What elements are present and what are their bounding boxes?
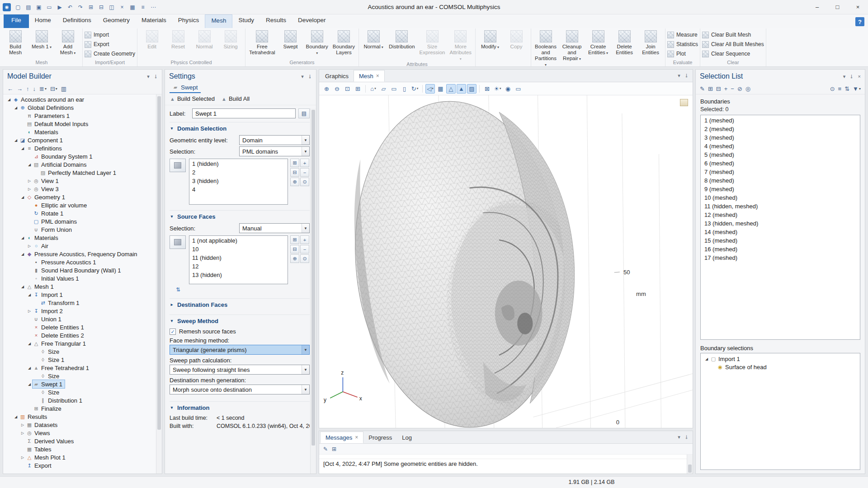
view-xy-icon[interactable]: ▱ [379, 84, 388, 94]
ribbon-statistics-button[interactable]: Statistics [667, 40, 698, 49]
sweep-path-calculation-select[interactable]: Sweep following straight lines ▼ [170, 365, 310, 375]
tree-node-acoustics-around-an-ear[interactable]: ◢◈Acoustics around an ear [3, 95, 156, 103]
tree-node-derived-values[interactable]: ΣDerived Values [3, 437, 156, 445]
tree-node-size[interactable]: ◊Size [3, 388, 156, 396]
ribbon-mesh-1-button[interactable]: Mesh 1 ▾ [29, 29, 54, 60]
expanded-arrow-icon[interactable]: ◢ [26, 293, 33, 297]
tab-mesh[interactable]: Mesh × [354, 70, 385, 82]
move-up-icon[interactable]: ↑ [26, 85, 29, 92]
expanded-arrow-icon[interactable]: ◢ [703, 357, 710, 361]
tree-node-import-1[interactable]: ◢↧Import 1 [3, 291, 156, 299]
domain-create-selection-icon[interactable]: ⊕ [290, 178, 299, 186]
tree-node-delete-entities-2[interactable]: ×Delete Entities 2 [3, 331, 156, 339]
new-selection-icon[interactable]: ✎ [700, 85, 705, 92]
expanded-arrow-icon[interactable]: ◢ [13, 106, 19, 110]
copy-selection-icon[interactable]: ⊞ [708, 85, 713, 92]
tree-node-tables[interactable]: ▦Tables [3, 445, 156, 453]
domain-copy-selection-icon[interactable]: ⊞ [290, 159, 299, 167]
snapshot-icon[interactable]: ◉ [503, 84, 513, 94]
boundary-item[interactable]: 3 (meshed) [701, 133, 860, 142]
source-faces-list[interactable]: 1 (not applicable)1011 (hidden)1213 (hid… [189, 235, 288, 284]
ribbon-normal-button[interactable]: Normal ▾ [361, 29, 386, 61]
tab-messages[interactable]: Messages × [320, 432, 363, 443]
expanded-arrow-icon[interactable]: ◢ [26, 382, 33, 386]
expanded-arrow-icon[interactable]: ◢ [13, 415, 19, 419]
destination-faces-section-header[interactable]: ▸ Destination Faces [170, 299, 310, 310]
domain-selection-item[interactable]: 2 [189, 168, 288, 177]
tree-node-definitions[interactable]: ◢≡Definitions [3, 144, 156, 152]
surface-rendering-icon[interactable]: ▲ [457, 84, 466, 94]
tree-node-pml-domains[interactable]: ▢PML domains [3, 217, 156, 225]
collapsed-arrow-icon[interactable]: ▷ [19, 423, 26, 427]
redo-icon[interactable]: ↷ [76, 3, 85, 12]
domain-add-to-selection-icon[interactable]: + [300, 159, 309, 167]
swap-source-destination-button[interactable]: ⇅ [174, 286, 183, 294]
ribbon-boundary-layers-button[interactable]: Boundary Layers [331, 29, 357, 60]
selection-node-import-1[interactable]: ◢▢Import 1 [701, 355, 860, 363]
tree-node-size[interactable]: ◊Size [3, 347, 156, 356]
orthographic-projection-icon[interactable]: ◁▾ [425, 84, 435, 94]
settings-tab-swept[interactable]: ▰ Swept [170, 83, 201, 93]
show-grid-icon[interactable]: ▦ [436, 84, 445, 94]
ribbon-clear-sequence-button[interactable]: Clear Sequence [702, 50, 750, 58]
geometric-entity-level-select[interactable]: Domain ▼ [239, 135, 310, 145]
boundary-item[interactable]: 16 (meshed) [701, 245, 860, 253]
selection-node-surface-of-head[interactable]: ◉Surface of head [701, 363, 860, 371]
minimize-icon[interactable]: – [807, 0, 827, 14]
collapsed-arrow-icon[interactable]: ▷ [19, 455, 26, 460]
collapsed-arrow-icon[interactable]: ▷ [19, 431, 26, 435]
open-icon[interactable]: ▤ [24, 3, 33, 12]
pin-icon[interactable]: ⊸ [307, 74, 313, 78]
rotate-view-icon[interactable]: ↻▾ [410, 84, 420, 94]
tree-node-transform-1[interactable]: ⇄Transform 1 [3, 299, 156, 307]
boundary-item[interactable]: 8 (meshed) [701, 176, 860, 185]
wireframe-rendering-icon[interactable]: △ [446, 84, 456, 94]
source-face-item[interactable]: 1 (not applicable) [189, 236, 288, 245]
paste-selection-icon[interactable]: ⊟ [716, 85, 721, 92]
expanded-arrow-icon[interactable]: ◢ [26, 342, 33, 346]
ribbon-clear-built-mesh-button[interactable]: Clear Built Mesh [702, 31, 751, 39]
expanded-arrow-icon[interactable]: ◢ [19, 146, 26, 150]
menu-tab-definitions[interactable]: Definitions [57, 14, 97, 28]
tree-node-parameters-1[interactable]: πParameters 1 [3, 112, 156, 120]
domain-selection-list[interactable]: 1 (hidden)23 (hidden)4 [189, 159, 288, 205]
source-face-item[interactable]: 12 [189, 262, 288, 271]
tab-log[interactable]: Log [397, 432, 417, 443]
duplicate-icon[interactable]: ◫ [107, 3, 116, 12]
help-button[interactable]: ? [855, 17, 864, 26]
menu-tab-geometry[interactable]: Geometry [97, 14, 136, 28]
menu-tab-home[interactable]: Home [29, 14, 57, 28]
lock-camera-icon[interactable]: ⊠ [482, 84, 492, 94]
boundary-item[interactable]: 15 (meshed) [701, 236, 860, 245]
tree-node-distribution-1[interactable]: ∥Distribution 1 [3, 396, 156, 404]
ribbon-import-button[interactable]: Import [85, 31, 109, 39]
tree-node-sound-hard-boundary-wall-1[interactable]: ▮Sound Hard Boundary (Wall) 1 [3, 266, 156, 274]
panel-menu-icon[interactable]: ▾ [678, 434, 680, 440]
domain-selection-item[interactable]: 1 (hidden) [189, 160, 288, 168]
source-copy-selection-icon[interactable]: ⊞ [290, 235, 299, 244]
go-back-icon[interactable]: ← [7, 85, 13, 92]
run-icon[interactable]: ▶ [55, 3, 64, 12]
tab-graphics[interactable]: Graphics [320, 70, 354, 82]
tree-node-datasets[interactable]: ▷▦Datasets [3, 421, 156, 429]
menu-tab-results[interactable]: Results [260, 14, 292, 28]
tree-node-finalize[interactable]: ⊞Finalize [3, 404, 156, 413]
domain-paste-selection-icon[interactable]: ⊟ [290, 168, 299, 177]
menu-tab-physics[interactable]: Physics [172, 14, 205, 28]
menu-tab-developer[interactable]: Developer [292, 14, 332, 28]
tree-node-initial-values-1[interactable]: ◦Initial Values 1 [3, 274, 156, 282]
delete-icon[interactable]: × [118, 3, 127, 12]
menu-tab-materials[interactable]: Materials [136, 14, 172, 28]
collapsed-arrow-icon[interactable]: ▷ [26, 179, 33, 183]
close-tab-icon[interactable]: × [355, 434, 358, 441]
domain-selection-select[interactable]: PML domains ▼ [239, 146, 310, 156]
tree-node-form-union[interactable]: ∪Form Union [3, 225, 156, 234]
collapsed-arrow-icon[interactable]: ▷ [26, 309, 33, 313]
expanded-arrow-icon[interactable]: ◢ [19, 252, 26, 256]
paste-icon[interactable]: ⊟ [97, 3, 106, 12]
source-faces-section-header[interactable]: ▾ Source Faces [170, 211, 310, 222]
tree-node-artificial-domains[interactable]: ◢▧Artificial Domains [3, 160, 156, 169]
build-all-button[interactable]: ▲ Build All [222, 95, 250, 102]
zoom-to-selection-icon[interactable]: ⊙ [830, 85, 835, 92]
source-face-item[interactable]: 13 (hidden) [189, 271, 288, 279]
